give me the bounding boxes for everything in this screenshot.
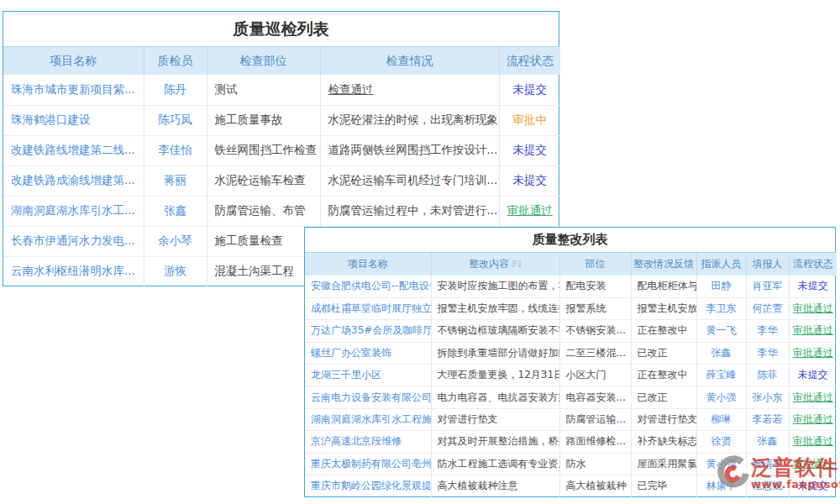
project-name-link[interactable]: 重庆市鹅岭公园绿化景观提升... — [305, 475, 431, 497]
assignee-link[interactable]: 黄小强 — [696, 453, 746, 475]
rectify-content: 大理石质量更换，12月31日之... — [431, 365, 559, 386]
rectify-part: 防腐管运输... — [559, 408, 631, 430]
assignee-link[interactable]: 林康平 — [696, 475, 746, 497]
status-badge[interactable]: 审批通过 — [789, 431, 837, 453]
assignee-link[interactable]: 张鑫 — [696, 342, 746, 364]
rectify-feedback: 屋面采用聚氯... — [631, 453, 696, 475]
inspection-part: 施工质量检查 — [207, 226, 320, 256]
col-header-content-label: 整改内容 — [469, 258, 509, 270]
rectify-part: 路面维修检... — [559, 431, 631, 453]
project-name-link[interactable]: 成都杜甫草堂临时展厅独立展... — [305, 297, 431, 319]
inspector-link[interactable]: 李佳怡 — [144, 135, 207, 165]
project-name-link[interactable]: 湖南洞庭湖水库引水工... — [3, 196, 144, 226]
assignee-link[interactable]: 田静 — [696, 276, 746, 297]
col-header-content[interactable]: 整改内容 — [431, 253, 559, 276]
col-header-part: 部位 — [559, 253, 631, 276]
status-badge[interactable]: 审批通过 — [789, 408, 837, 430]
rectification-list-title: 质量整改列表 — [305, 228, 835, 253]
reporter-link[interactable]: 李华 — [746, 320, 789, 342]
project-name-link[interactable]: 改建铁路线增建第二线... — [3, 135, 144, 165]
reporter-link[interactable]: 李华 — [746, 342, 789, 364]
status-badge[interactable]: 审批通过 — [789, 386, 837, 408]
rectify-feedback: 已完毕 — [631, 475, 696, 497]
status-badge[interactable]: 未提交 — [789, 475, 837, 497]
rectify-feedback: 已改正 — [631, 386, 696, 408]
rectify-part: 电容器安装... — [559, 386, 631, 408]
project-name-link[interactable]: 云南水利枢纽潜明水库... — [3, 256, 144, 286]
assignee-link[interactable]: 黄一飞 — [696, 320, 746, 342]
project-name-link[interactable]: 珠海市城市更新项目紫... — [3, 75, 144, 105]
status-badge[interactable]: 未提交 — [789, 276, 837, 297]
reporter-link[interactable]: 李若若 — [746, 408, 789, 430]
project-name-link[interactable]: 珠海鹤港口建设 — [3, 105, 144, 135]
project-name-link[interactable]: 重庆太极制药有限公司亳州中... — [305, 453, 431, 475]
reporter-link[interactable]: 张小东 — [746, 386, 789, 408]
project-name-link[interactable]: 万达广场35#会所及咖啡厅空... — [305, 320, 431, 342]
project-name-link[interactable]: 改建铁路成渝线增建第... — [3, 165, 144, 196]
reporter-link[interactable]: 何芷萱 — [746, 297, 789, 319]
rectify-part: 二至三楼混... — [559, 342, 631, 364]
status-badge[interactable]: 未提交 — [499, 135, 560, 165]
status-badge[interactable]: 审批通过 — [499, 196, 560, 226]
table-row: 重庆太极制药有限公司亳州中... 防水工程施工选调有专业资质... 防水 屋面采… — [305, 453, 837, 475]
reporter-link[interactable]: 范思妮 — [746, 475, 789, 497]
status-badge[interactable]: 审批通过 — [789, 342, 837, 364]
status-badge[interactable]: 审批中 — [499, 105, 560, 135]
status-badge[interactable]: 未提交 — [499, 75, 560, 105]
rectification-table: 项目名称 整改内容 部位 整改情况反馈 指派人员 填报人 流程状态 安徽合肥供电… — [305, 253, 837, 497]
table-row: 改建铁路线增建第二线... 李佳怡 铁丝网围挡工作检查 道路两侧铁丝网围挡工作按… — [3, 135, 560, 165]
reporter-link[interactable]: 陈菲 — [746, 365, 789, 386]
project-name-link[interactable]: 云南电力设备安装有限公司20... — [305, 386, 431, 408]
project-name-link[interactable]: 安徽合肥供电公司--配电设备... — [305, 276, 431, 297]
rectify-part: 不锈钢安装... — [559, 320, 631, 342]
rectification-header-row: 项目名称 整改内容 部位 整改情况反馈 指派人员 填报人 流程状态 — [305, 253, 837, 276]
project-name-link[interactable]: 长春市伊通河水力发电... — [3, 226, 144, 256]
project-name-link[interactable]: 湖南洞庭湖水库引水工程施工标 — [305, 408, 431, 430]
inspection-situation[interactable]: 检查通过 — [320, 75, 499, 105]
col-header-status: 流程状态 — [789, 253, 837, 276]
assignee-link[interactable]: 薛宝峰 — [696, 365, 746, 386]
inspector-link[interactable]: 张鑫 — [144, 196, 207, 226]
status-badge[interactable]: 未提交 — [789, 365, 837, 386]
col-header-project: 项目名称 — [305, 253, 431, 276]
col-header-project: 项目名称 — [3, 47, 144, 75]
rectify-part: 防水 — [559, 453, 631, 475]
table-row: 安徽合肥供电公司--配电设备... 安装时应按施工图的布置，将... 配电安装 … — [305, 276, 837, 297]
project-name-link[interactable]: 京沪高速北京段维修 — [305, 431, 431, 453]
col-header-assignee: 指派人员 — [696, 253, 746, 276]
assignee-link[interactable]: 李卫东 — [696, 297, 746, 319]
table-row: 云南电力设备安装有限公司20... 电力电容器、电抗器安装方案... 电容器安装… — [305, 386, 837, 408]
rectify-content: 拆除到承重墙部分请做好加固... — [431, 342, 559, 364]
status-badge[interactable]: 审批通过 — [789, 453, 837, 475]
rectify-part: 小区大门 — [559, 365, 631, 386]
assignee-link[interactable]: 柳琳 — [696, 408, 746, 430]
inspector-link[interactable]: 余小琴 — [144, 226, 207, 256]
status-badge[interactable]: 审批通过 — [789, 320, 837, 342]
inspection-part: 水泥砼运输车检查 — [207, 165, 320, 196]
assignee-link[interactable]: 徐贤 — [696, 431, 746, 453]
project-name-link[interactable]: 龙湖三千里小区 — [305, 365, 431, 386]
table-row: 成都杜甫草堂临时展厅独立展... 报警主机安放牢固，线缆连接... 报警系统 报… — [305, 297, 837, 319]
rectify-part: 报警系统 — [559, 297, 631, 319]
assignee-link[interactable]: 黄小强 — [696, 386, 746, 408]
inspection-situation: 防腐管运输过程中，未对管进行... — [320, 196, 499, 226]
rectify-feedback: 报警主机安放... — [631, 297, 696, 319]
inspector-link[interactable]: 蒋丽 — [144, 165, 207, 196]
reporter-link[interactable]: 肖亚军 — [746, 276, 789, 297]
inspection-part: 防腐管运输、布管 — [207, 196, 320, 226]
table-row: 京沪高速北京段维修 对其及时开展整治措施，桥头... 路面维修检... 补齐缺失… — [305, 431, 837, 453]
status-badge[interactable]: 未提交 — [499, 165, 560, 196]
reporter-link[interactable]: 董清平 — [746, 453, 789, 475]
sort-icon[interactable] — [512, 260, 522, 268]
inspection-situation: 水泥砼灌注的时候，出现离析现象 — [320, 105, 499, 135]
inspection-part: 测试 — [207, 75, 320, 105]
rectify-content: 高大植被栽种注意 — [431, 475, 559, 497]
inspector-link[interactable]: 游恢 — [144, 256, 207, 286]
status-badge[interactable]: 审批通过 — [789, 297, 837, 319]
inspector-link[interactable]: 陈丹 — [144, 75, 207, 105]
project-name-link[interactable]: 螺丝厂办公室装饰 — [305, 342, 431, 364]
inspector-link[interactable]: 陈巧凤 — [144, 105, 207, 135]
reporter-link[interactable]: 张鑫 — [746, 431, 789, 453]
rectify-feedback: 对管进行垫支 — [631, 408, 696, 430]
rectify-content: 对管进行垫支 — [431, 408, 559, 430]
